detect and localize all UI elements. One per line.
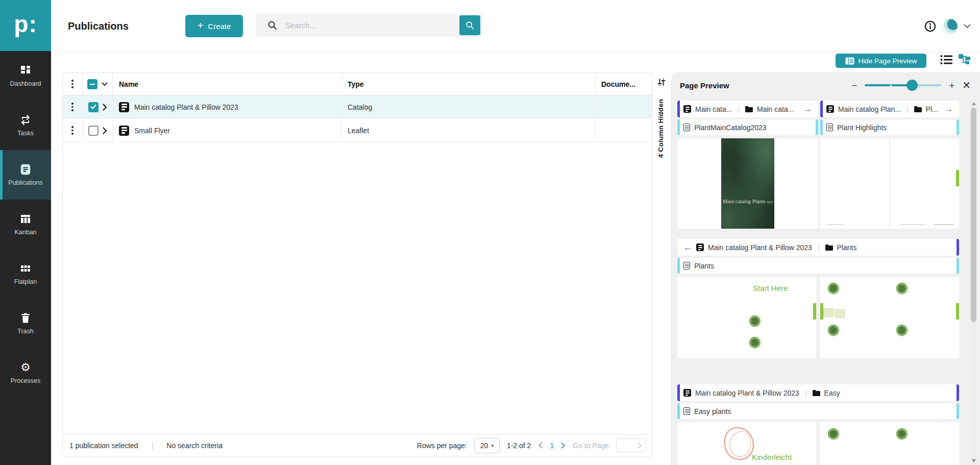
row-expand-chevron-right-icon[interactable]: [103, 127, 107, 134]
arrow-right-icon[interactable]: →: [944, 105, 953, 113]
search-input[interactable]: [284, 20, 459, 30]
next-page-chevron-icon[interactable]: [561, 442, 566, 449]
zoom-in-button[interactable]: +: [949, 81, 954, 90]
tasks-icon: [19, 114, 32, 126]
previous-page-chevron-icon[interactable]: [538, 442, 543, 449]
rows-per-page-label: Rows per page:: [417, 442, 467, 450]
column-header-type[interactable]: Type: [341, 73, 595, 95]
sidebar-item-flatplan[interactable]: Flatplan: [0, 249, 51, 299]
sidebar-item-label: Trash: [17, 328, 34, 335]
column-settings-icon[interactable]: [657, 78, 666, 87]
current-page-number[interactable]: 1: [550, 442, 554, 450]
preview-scrollbar[interactable]: [970, 101, 977, 465]
go-to-page-input[interactable]: [617, 441, 637, 450]
plant-photo: [827, 427, 841, 440]
hide-page-preview-label: Hide Page Preview: [859, 57, 917, 65]
preview-page-row[interactable]: PlantMainCatalog2023: [677, 119, 818, 135]
scroll-down-icon[interactable]: [972, 459, 976, 462]
zoom-out-button[interactable]: −: [851, 81, 857, 90]
app-logo[interactable]: p:: [0, 0, 51, 51]
search-submit-button[interactable]: [459, 15, 480, 35]
rows-per-page-select[interactable]: 20 ▾: [474, 438, 500, 453]
zoom-slider-track[interactable]: [865, 84, 941, 86]
sidebar-item-label: Publications: [8, 179, 42, 186]
spread-thumbnails: Start Here: [677, 277, 959, 358]
info-icon[interactable]: [924, 20, 936, 32]
publication-type: Catalog: [341, 95, 595, 118]
column-header-name[interactable]: Name: [113, 73, 341, 95]
user-menu-chevron-down-icon[interactable]: [964, 24, 971, 29]
sidebar-item-dashboard[interactable]: Dashboard: [0, 51, 51, 101]
preview-page-row[interactable]: Easy plants: [677, 403, 959, 419]
sidebar-item-trash[interactable]: Trash: [0, 299, 51, 348]
row-expand-chevron-right-icon[interactable]: [103, 104, 107, 111]
row-kebab-menu-icon[interactable]: [69, 101, 76, 113]
trash-icon: [19, 312, 32, 324]
arrow-right-icon[interactable]: →: [803, 105, 812, 113]
search-bar: [256, 14, 482, 37]
publication-name: Small Flyer: [134, 127, 170, 135]
sidebar-item-label: Processes: [11, 377, 40, 384]
preview-breadcrumb[interactable]: ← Main catalog Plant & Pillow 2023 | Pla…: [677, 239, 959, 256]
row-checkbox[interactable]: [88, 102, 99, 112]
table-footer: 1 publication selected | No search crite…: [63, 434, 652, 456]
preview-breadcrumb[interactable]: Main catalog Plant & Pillow 2023 | Easy: [677, 384, 959, 401]
selection-chevron-down-icon[interactable]: [102, 82, 108, 86]
table-row[interactable]: Main catalog Plant & Pillow 2023 Catalog: [63, 95, 652, 119]
row-checkbox[interactable]: [88, 126, 99, 136]
hide-page-preview-button[interactable]: Hide Page Preview: [836, 54, 926, 68]
publication-icon: [683, 105, 691, 113]
hidden-columns-strip: 4 Column Hidden: [652, 72, 671, 457]
page-thumbnail[interactable]: Main catalog Plants 2023: [677, 138, 818, 229]
preview-card: ← Main catalog Plant & Pillow 2023 | Pla…: [677, 239, 959, 358]
zoom-slider-thumb[interactable]: [906, 80, 918, 91]
preview-breadcrumb[interactable]: Main catalog Plan... | Pl... →: [820, 101, 959, 117]
page-icon: [683, 262, 690, 270]
plant-sketch: [724, 427, 754, 460]
column-header-documents[interactable]: Docume...: [595, 73, 652, 95]
page-thumbnail[interactable]: [820, 277, 959, 358]
hidden-columns-count[interactable]: 4 Column Hidden: [657, 99, 665, 158]
user-avatar[interactable]: [942, 19, 958, 34]
hierarchy-view-icon[interactable]: [959, 54, 970, 65]
close-preview-icon[interactable]: ✕: [962, 80, 971, 90]
publication-name: Main catalog Plant & Pillow 2023: [134, 103, 238, 111]
preview-breadcrumb[interactable]: Main cata... | Main cata... →: [677, 101, 818, 117]
preview-page-row[interactable]: Plant Highlights: [820, 119, 959, 135]
page-thumbnail[interactable]: Start Here: [677, 277, 816, 358]
go-to-page-submit-icon[interactable]: [638, 443, 645, 449]
preview-page-row[interactable]: Plants: [677, 258, 959, 274]
publication-icon: [826, 105, 834, 113]
zoom-slider[interactable]: [865, 80, 941, 91]
go-to-page-field: [616, 438, 646, 452]
select-all-checkbox[interactable]: [87, 79, 97, 89]
zoom-slider-tick: [890, 85, 892, 86]
sidebar-item-tasks[interactable]: Tasks: [0, 101, 51, 150]
arrow-left-icon[interactable]: ←: [683, 243, 692, 252]
table-row[interactable]: Small Flyer Leaflet: [63, 119, 652, 142]
sidebar-item-publications[interactable]: Publications: [0, 150, 51, 200]
app-logo-text: p:: [14, 10, 37, 38]
preview-card: Main cata... | Main cata... → PlantMainC…: [677, 101, 818, 229]
page-thumbnail[interactable]: [820, 422, 959, 465]
plant-photo: [827, 324, 841, 337]
publication-icon: [696, 243, 704, 251]
sidebar: Dashboard Tasks Publications Kanban Flat…: [0, 51, 51, 465]
page-thumbnail[interactable]: [820, 138, 959, 229]
row-kebab-menu-icon[interactable]: [69, 124, 76, 137]
sidebar-item-kanban[interactable]: Kanban: [0, 200, 51, 249]
table-header-row: Name Type Docume...: [63, 73, 652, 95]
page-thumbnail[interactable]: Kinderleicht: [677, 422, 816, 465]
plant-photo: [823, 308, 834, 317]
preview-scrollbar-thumb[interactable]: [971, 108, 976, 322]
scroll-up-icon[interactable]: [972, 102, 976, 105]
preview-card: Main catalog Plan... | Pl... → Plant Hig…: [820, 101, 959, 229]
plant-photo: [896, 324, 909, 337]
selected-count: 1 publication selected: [63, 442, 138, 450]
list-view-icon[interactable]: [940, 55, 952, 65]
header-kebab-menu-icon[interactable]: [69, 78, 76, 90]
select-caret-icon: ▾: [491, 443, 494, 448]
sidebar-item-processes[interactable]: ⚙ Processes: [0, 348, 51, 398]
page-preview-title: Page Preview: [680, 81, 729, 90]
create-button[interactable]: + Create: [185, 15, 243, 37]
